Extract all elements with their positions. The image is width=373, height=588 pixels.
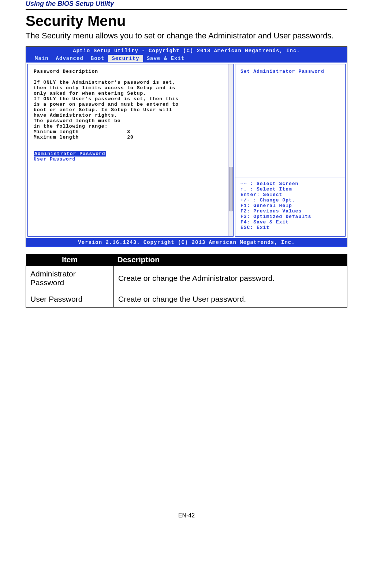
bios-tab-security[interactable]: Security — [108, 55, 143, 62]
bios-key-line: +/- : Change Opt. — [240, 197, 340, 203]
bios-tab-save-exit[interactable]: Save & Exit — [143, 55, 188, 62]
table-row: Administrator Password Create or change … — [26, 265, 347, 291]
bios-scrollbar[interactable] — [228, 64, 233, 236]
page-number: EN-42 — [26, 512, 347, 523]
bios-desc-line: only asked for when entering Setup. — [34, 91, 227, 96]
bios-key-line: ↑↓ : Select Item — [240, 186, 340, 192]
bios-desc-line: then this only limits access to Setup an… — [34, 85, 227, 91]
bios-help-title: Set Administrator Password — [240, 69, 340, 74]
table-header-description: Description — [114, 254, 347, 266]
bios-key-line: ESC: Exit — [240, 225, 340, 230]
bios-min-length-row: Minimum length 3 — [34, 129, 227, 135]
bios-tab-boot[interactable]: Boot — [87, 55, 108, 62]
bios-desc-line: boot or enter Setup. In Setup the User w… — [34, 107, 227, 113]
bios-desc-line: in the following range: — [34, 124, 227, 129]
table-cell-description: Create or change the Administrator passw… — [114, 265, 347, 291]
bios-key-line: Enter: Select — [240, 192, 340, 197]
bios-desc-line: have Administrator rights. — [34, 113, 227, 118]
bios-password-description-title: Password Description — [34, 69, 227, 74]
section-title: Security Menu — [26, 13, 347, 29]
table-cell-description: Create or change the User password. — [114, 291, 347, 307]
bios-key-line: F2: Previous Values — [240, 208, 340, 214]
bios-key-help: →← : Select Screen ↑↓ : Select Item Ente… — [235, 177, 345, 236]
bios-max-length-row: Maximum length 20 — [34, 135, 227, 140]
table-cell-item: Administrator Password — [26, 265, 114, 291]
bios-desc-line: If ONLY the User's password is set, then… — [34, 96, 227, 102]
bios-scrollbar-thumb[interactable] — [229, 167, 233, 211]
bios-item-user-password[interactable]: User Password — [34, 157, 75, 162]
bios-left-pane: Password Description If ONLY the Adminis… — [27, 64, 234, 237]
bios-desc-line: If ONLY the Administrator's password is … — [34, 80, 227, 85]
document-header: Using the BIOS Setup Utility — [26, 0, 347, 10]
bios-right-pane: Set Administrator Password →← : Select S… — [235, 64, 346, 237]
bios-tab-main[interactable]: Main — [31, 55, 52, 62]
description-table: Item Description Administrator Password … — [26, 254, 347, 308]
table-cell-item: User Password — [26, 291, 114, 307]
bios-desc-line: is a power on password and must be enter… — [34, 102, 227, 107]
bios-tab-bar: Main Advanced Boot Security Save & Exit — [26, 55, 347, 63]
bios-screenshot: Aptio Setup Utility - Copyright (C) 2013… — [26, 46, 347, 247]
bios-key-line: F4: Save & Exit — [240, 219, 340, 225]
section-intro: The Security menu allows you to set or c… — [26, 31, 347, 41]
bios-key-line: F1: General Help — [240, 203, 340, 208]
bios-key-line: →← : Select Screen — [240, 181, 340, 186]
bios-tab-advanced[interactable]: Advanced — [52, 55, 87, 62]
bios-bottom-bar: Version 2.16.1243. Copyright (C) 2013 Am… — [26, 238, 347, 247]
bios-item-admin-password[interactable]: Administrator Password — [34, 151, 106, 157]
table-row: User Password Create or change the User … — [26, 291, 347, 307]
bios-desc-line: The password length must be — [34, 118, 227, 124]
table-header-item: Item — [26, 254, 114, 266]
bios-title-bar: Aptio Setup Utility - Copyright (C) 2013… — [26, 47, 347, 55]
bios-key-line: F3: Optimized Defaults — [240, 214, 340, 219]
